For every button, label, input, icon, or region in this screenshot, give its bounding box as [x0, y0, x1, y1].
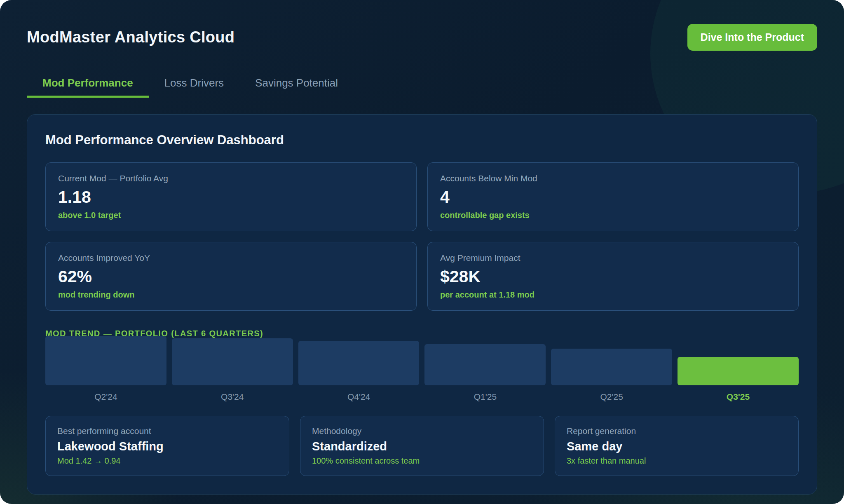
stat-note: mod trending down — [58, 290, 404, 300]
footer-card-note: 100% consistent across team — [312, 456, 532, 466]
bar-label: Q3'25 — [678, 392, 799, 402]
stat-label: Current Mod — Portfolio Avg — [58, 173, 404, 183]
bar-label: Q4'24 — [298, 392, 420, 402]
trend-bar — [551, 349, 672, 385]
footer-card-value: Lakewood Staffing — [57, 440, 277, 453]
footer-card-best-account: Best performing account Lakewood Staffin… — [45, 416, 289, 476]
footer-card-report-generation: Report generation Same day 3x faster tha… — [555, 416, 799, 476]
footer-card-note: 3x faster than manual — [567, 456, 787, 466]
trend-bar — [424, 344, 546, 385]
dive-into-product-button[interactable]: Dive Into the Product — [687, 24, 817, 51]
stat-value: 62% — [58, 267, 404, 286]
tab-bar: Mod Performance Loss Drivers Savings Pot… — [0, 70, 844, 98]
stat-grid: Current Mod — Portfolio Avg 1.18 above 1… — [45, 162, 799, 311]
footer-card-value: Same day — [567, 440, 787, 453]
stat-label: Accounts Below Min Mod — [440, 173, 786, 183]
footer-card-label: Report generation — [567, 426, 787, 436]
stat-value: $28K — [440, 267, 786, 286]
mod-trend-chart: MOD TREND — PORTFOLIO (LAST 6 QUARTERS) … — [45, 329, 799, 402]
bar-chart — [45, 335, 799, 385]
tab-loss-drivers[interactable]: Loss Drivers — [149, 70, 239, 98]
bar-label: Q2'24 — [45, 392, 166, 402]
stat-card-accounts-improved: Accounts Improved YoY 62% mod trending d… — [45, 242, 417, 311]
stat-note: controllable gap exists — [440, 211, 786, 220]
stat-label: Accounts Improved YoY — [58, 253, 404, 263]
stat-card-accounts-below-min: Accounts Below Min Mod 4 controllable ga… — [427, 162, 799, 231]
trend-bar — [172, 338, 293, 385]
footer-card-note: Mod 1.42 → 0.94 — [57, 456, 277, 466]
stat-card-current-mod: Current Mod — Portfolio Avg 1.18 above 1… — [45, 162, 417, 231]
stat-note: above 1.0 target — [58, 211, 404, 220]
tab-mod-performance[interactable]: Mod Performance — [27, 70, 149, 98]
dashboard-card: Mod Performance Overview Dashboard Curre… — [27, 114, 817, 495]
header: ModMaster Analytics Cloud Dive Into the … — [0, 0, 844, 51]
footer-card-row: Best performing account Lakewood Staffin… — [45, 416, 799, 476]
stat-card-avg-premium-impact: Avg Premium Impact $28K per account at 1… — [427, 242, 799, 311]
bar-label: Q3'24 — [172, 392, 293, 402]
footer-card-label: Best performing account — [57, 426, 277, 436]
stat-label: Avg Premium Impact — [440, 253, 786, 263]
trend-bar — [678, 357, 799, 385]
trend-bar — [298, 341, 420, 385]
dashboard-title: Mod Performance Overview Dashboard — [45, 133, 799, 148]
app-title: ModMaster Analytics Cloud — [27, 28, 234, 46]
footer-card-label: Methodology — [312, 426, 532, 436]
app-window: ModMaster Analytics Cloud Dive Into the … — [0, 0, 844, 504]
stat-value: 4 — [440, 188, 786, 207]
bar-label-row: Q2'24 Q3'24 Q4'24 Q1'25 Q2'25 Q3'25 — [45, 392, 799, 402]
bar-label: Q2'25 — [551, 392, 672, 402]
footer-card-value: Standardized — [312, 440, 532, 453]
bar-label: Q1'25 — [424, 392, 546, 402]
tab-savings-potential[interactable]: Savings Potential — [239, 70, 354, 98]
stat-note: per account at 1.18 mod — [440, 290, 786, 300]
stat-value: 1.18 — [58, 188, 404, 207]
trend-bar — [45, 336, 166, 385]
footer-card-methodology: Methodology Standardized 100% consistent… — [300, 416, 544, 476]
